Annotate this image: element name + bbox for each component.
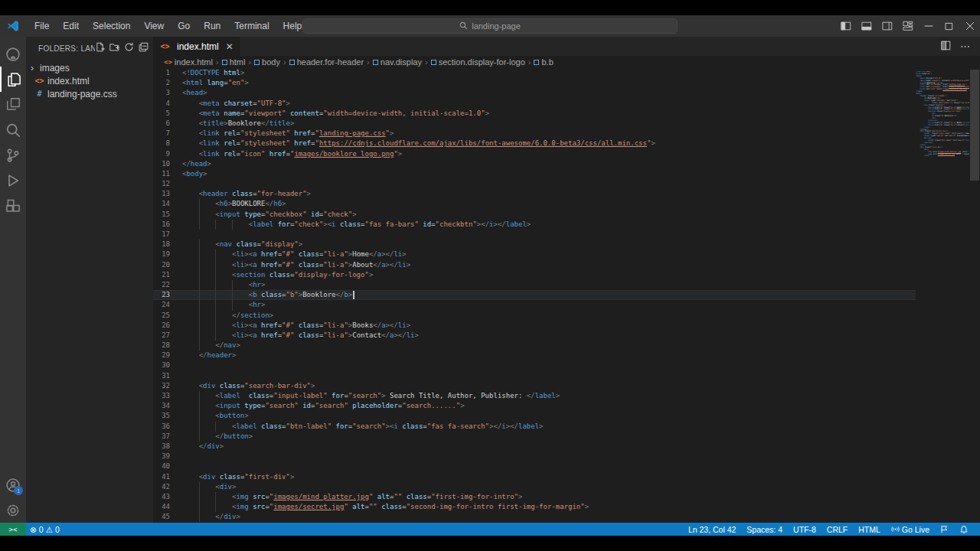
code-line[interactable]: 8 <link rel="stylesheet" href="https://c…	[153, 139, 916, 148]
code-line[interactable]: 16 <label for="check"><i class="fas fa-b…	[153, 220, 916, 230]
code-line[interactable]: 27 <li><a href="#" class="li-a">Contact<…	[153, 331, 916, 341]
menu-item-view[interactable]: View	[138, 18, 170, 34]
close-tab-icon[interactable]: ✕	[226, 41, 234, 52]
code-line[interactable]: 13 <header class="for-header">	[153, 189, 916, 199]
go-live-button[interactable]: Go Live	[887, 525, 933, 534]
code-line[interactable]: 31	[153, 371, 916, 381]
breadcrumb-header[interactable]: header.for-header	[289, 57, 364, 67]
close-window-icon[interactable]	[959, 15, 980, 37]
code-line[interactable]: 2<html lang="en">	[153, 78, 916, 88]
code-line[interactable]: 15 <input type="checkbox" id="check">	[153, 210, 916, 220]
code-line[interactable]: 38 </div>	[153, 442, 916, 452]
breadcrumb-b[interactable]: b.b	[534, 57, 553, 67]
indentation-status[interactable]: Spaces: 4	[743, 525, 786, 534]
menu-item-edit[interactable]: Edit	[57, 18, 85, 34]
code-line[interactable]: 45 </div>	[153, 512, 916, 522]
breadcrumb-file[interactable]: <>index.html	[164, 57, 213, 67]
code-line[interactable]: 35 <button>	[153, 411, 916, 421]
code-line[interactable]: 5 <meta name="viewport" content="width=d…	[153, 109, 916, 119]
customize-layout-icon[interactable]	[897, 15, 918, 37]
code-line[interactable]: 28 </nav>	[153, 341, 916, 350]
breadcrumb-body[interactable]: body	[254, 57, 280, 67]
code-line[interactable]: 7 <link rel="stylesheet" href="landing-p…	[153, 129, 916, 139]
code-line[interactable]: 1<!DOCTYPE html>	[153, 68, 916, 78]
code-line[interactable]: 10</head>	[153, 159, 916, 169]
github-icon[interactable]	[0, 41, 26, 67]
code-line[interactable]: 19 <li><a href="#" class="li-a">Home</a>…	[153, 249, 916, 259]
source-control-icon[interactable]	[0, 142, 26, 168]
minimap[interactable]: <!DOCTYPE html><html lang="en"><head> <m…	[916, 71, 969, 523]
code-line[interactable]: 20 <li><a href="#" class="li-a">About</a…	[153, 260, 916, 270]
code-line[interactable]: 4 <meta charset="UTF-8">	[153, 99, 916, 109]
tab-index-html[interactable]: <> index.html ✕	[153, 37, 240, 56]
settings-gear-icon[interactable]	[0, 497, 26, 523]
toggle-panel-icon[interactable]	[856, 15, 877, 37]
extensions-icon[interactable]	[0, 193, 26, 218]
code-line[interactable]: 18 <nav class="display">	[153, 240, 916, 249]
feedback-icon[interactable]	[936, 525, 952, 533]
encoding-status[interactable]: UTF-8	[789, 525, 820, 534]
more-actions-icon[interactable]: ⋯	[960, 41, 971, 52]
code-line[interactable]: 14 <h6>BOOKLORE</h6>	[153, 199, 916, 209]
code-line[interactable]: 41 <div class="first-div">	[153, 472, 916, 482]
problems-indicator[interactable]: ⊗0 ⚠0	[26, 525, 64, 534]
code-line[interactable]: 29 </header>	[153, 350, 916, 360]
code-line[interactable]: 34 <input type="search" id="search" plac…	[153, 401, 916, 411]
run-debug-icon[interactable]	[0, 168, 26, 193]
menu-item-run[interactable]: Run	[198, 18, 227, 34]
code-line[interactable]: 6 <title>Booklore</title>	[153, 119, 916, 129]
code-line[interactable]: 3<head>	[153, 88, 916, 98]
code-line[interactable]: 9 <link rel="icon" href="images/booklore…	[153, 149, 916, 159]
code-line[interactable]: 23 <b class="b">Booklore</b>	[153, 290, 916, 300]
minimize-icon[interactable]	[918, 15, 939, 37]
code-line[interactable]: 37 </button>	[153, 432, 916, 442]
code-line[interactable]: 44 <img src="images/secret.jpg" alt="" c…	[153, 502, 916, 512]
split-editor-icon[interactable]	[941, 40, 951, 54]
account-icon[interactable]: 1	[0, 472, 26, 497]
code-line[interactable]: 39	[153, 452, 916, 461]
code-line[interactable]: 36 <label class="btn-label" for="search"…	[153, 422, 916, 432]
collapse-folders-icon[interactable]	[139, 41, 149, 55]
breadcrumb-section[interactable]: section.display-for-logo	[431, 57, 525, 67]
language-mode[interactable]: HTML	[854, 525, 884, 534]
menu-item-file[interactable]: File	[28, 18, 55, 34]
refresh-icon[interactable]	[124, 41, 134, 55]
code-line[interactable]: 11<body>	[153, 169, 916, 179]
code-editor[interactable]: 1<!DOCTYPE html>2<html lang="en">3<head>…	[153, 68, 980, 523]
scrollbar[interactable]	[969, 68, 980, 523]
breadcrumb-nav[interactable]: nav.display	[373, 57, 422, 67]
tree-item-landing-page-css[interactable]: # landing-page.css	[26, 87, 153, 100]
code-line[interactable]: 26 <li><a href="#" class="li-a">Books</a…	[153, 321, 916, 331]
code-line[interactable]: 42 <div>	[153, 482, 916, 492]
menu-item-selection[interactable]: Selection	[87, 18, 136, 34]
tree-item-index-html[interactable]: <> index.html	[26, 74, 153, 87]
new-file-icon[interactable]	[95, 41, 105, 55]
remote-indicator[interactable]: ><	[0, 523, 26, 536]
new-folder-icon[interactable]	[109, 41, 119, 55]
code-line[interactable]: 43 <img src="images/mind_platter.jpg" al…	[153, 492, 916, 502]
code-line[interactable]: 17	[153, 230, 916, 240]
toggle-primary-sidebar-icon[interactable]	[835, 15, 856, 37]
notifications-bell-icon[interactable]	[956, 525, 972, 534]
tree-item-images[interactable]: › images	[26, 61, 153, 74]
command-center-search[interactable]: landing-page	[302, 18, 678, 34]
code-line[interactable]: 30	[153, 360, 916, 370]
code-line[interactable]: 25 </section>	[153, 311, 916, 321]
code-line[interactable]: 32 <div class="search-bar-div">	[153, 381, 916, 391]
folders-section-title[interactable]: FOLDERS: LANDI...	[38, 44, 95, 53]
code-line[interactable]: 22 <hr>	[153, 280, 916, 290]
code-line[interactable]: 24 <hr>	[153, 300, 916, 310]
scrollbar-slider[interactable]	[970, 70, 979, 181]
menu-item-terminal[interactable]: Terminal	[228, 18, 275, 34]
code-line[interactable]: 40	[153, 461, 916, 471]
toggle-secondary-sidebar-icon[interactable]	[877, 15, 897, 37]
search-sidebar-icon[interactable]	[0, 117, 26, 142]
code-line[interactable]: 33 <label class="input-label" for="searc…	[153, 391, 916, 401]
eol-status[interactable]: CRLF	[823, 525, 851, 534]
code-line[interactable]: 21 <section class="display-for-logo">	[153, 270, 916, 280]
breadcrumb-html[interactable]: html	[222, 57, 246, 67]
maximize-icon[interactable]	[939, 15, 959, 37]
copy-icon[interactable]	[0, 92, 26, 117]
cursor-position[interactable]: Ln 23, Col 42	[684, 525, 740, 534]
code-line[interactable]: 12	[153, 179, 916, 189]
